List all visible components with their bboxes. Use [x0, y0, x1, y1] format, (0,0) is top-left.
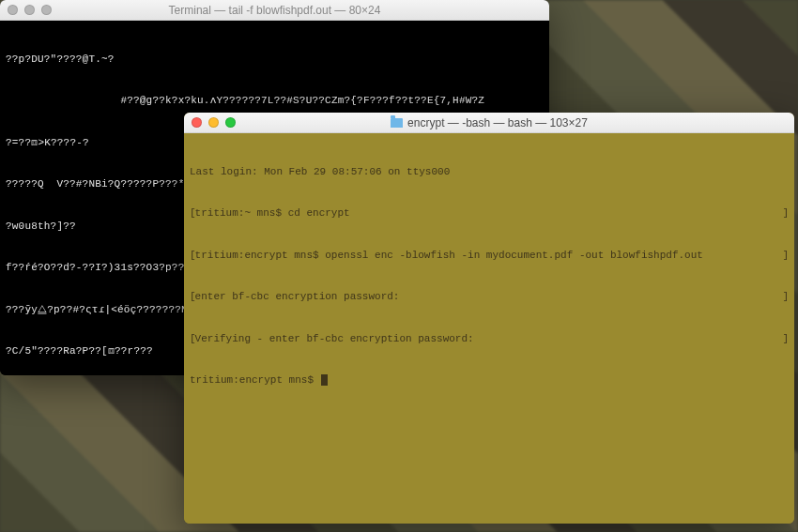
prompt-text: tritium:encrypt mns$: [190, 374, 320, 386]
zoom-icon[interactable]: [225, 117, 236, 128]
title-label: encrypt — -bash — bash — 103×27: [407, 116, 588, 129]
minimize-icon[interactable]: [24, 5, 35, 15]
output-line: Last login: Mon Feb 29 08:57:06 on ttys0…: [190, 165, 789, 179]
traffic-lights-back: [8, 5, 52, 15]
cursor-icon: [321, 374, 328, 386]
title-label: Terminal — tail -f blowfishpdf.out — 80×…: [169, 4, 381, 17]
output-line: tritium:encrypt mns$ openssl enc -blowfi…: [190, 249, 789, 263]
close-icon[interactable]: [192, 117, 202, 128]
window-title-back: Terminal — tail -f blowfishpdf.out — 80×…: [169, 4, 381, 17]
minimize-icon[interactable]: [208, 117, 219, 128]
close-icon[interactable]: [8, 5, 18, 15]
output-line: tritium:~ mns$ cd encrypt]: [190, 206, 789, 220]
folder-icon: [391, 118, 403, 128]
output-line: enter bf-cbc encryption password:]: [190, 290, 789, 304]
line-text: enter bf-cbc encryption password:: [195, 291, 400, 302]
traffic-lights-front: [192, 117, 236, 128]
output-line: Verifying - enter bf-cbc encryption pass…: [190, 332, 789, 346]
terminal-output-front[interactable]: Last login: Mon Feb 29 08:57:06 on ttys0…: [184, 133, 794, 524]
terminal-window-front[interactable]: encrypt — -bash — bash — 103×27 Last log…: [184, 113, 794, 524]
line-text: Verifying - enter bf-cbc encryption pass…: [195, 333, 474, 344]
titlebar-front[interactable]: encrypt — -bash — bash — 103×27: [184, 113, 794, 133]
prompt-line: tritium:encrypt mns$: [190, 373, 789, 388]
line-text: tritium:encrypt mns$ openssl enc -blowfi…: [195, 250, 703, 261]
line-text: tritium:~ mns$ cd encrypt: [195, 207, 350, 219]
window-title-front: encrypt — -bash — bash — 103×27: [391, 116, 588, 129]
output-line: ??p?DU?"????@T.~?: [6, 53, 544, 67]
titlebar-back[interactable]: Terminal — tail -f blowfishpdf.out — 80×…: [0, 0, 549, 21]
zoom-icon[interactable]: [41, 5, 52, 15]
output-line: #??@g??k?x?ku.ʌY??????7L??#S?U??CZm?{?F?…: [6, 94, 544, 108]
